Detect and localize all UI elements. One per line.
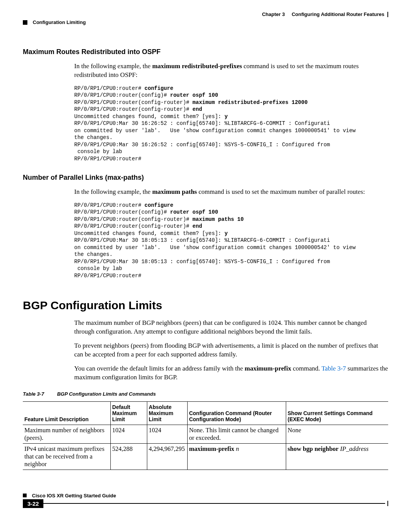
- th-show: Show Current Settings Command (EXEC Mode…: [286, 401, 388, 425]
- chapter-title: Configuring Additional Router Features: [292, 11, 384, 17]
- page-footer: Cisco IOS XR Getting Started Guide 3-22: [23, 493, 388, 508]
- ospf-code-block: RP/0/RP1/CPU0:router# configureRP/0/RP1/…: [74, 85, 388, 162]
- ospf-intro: In the following example, the maximum re…: [74, 62, 388, 80]
- cmd-max-redist: maximum redistributed-prefixes: [152, 62, 242, 70]
- th-desc: Feature Limit Description: [23, 401, 110, 425]
- header-rule: [387, 12, 388, 17]
- cmd-max-prefix-cell: maximum-prefix: [189, 445, 234, 452]
- cmd-max-paths: maximum paths: [152, 188, 197, 195]
- footer-marker-icon: [23, 494, 27, 497]
- table-header-row: Feature Limit Description Default Maximu…: [23, 401, 388, 425]
- page-number: 3-22: [23, 499, 43, 508]
- section-marker-icon: [23, 20, 27, 25]
- table-caption: Table 3-7BGP Configuration Limits and Co…: [23, 391, 388, 397]
- th-config: Configuration Command (Router Configurat…: [187, 401, 286, 425]
- bgp-p2: To prevent neighbors (peers) from floodi…: [74, 342, 388, 359]
- chapter-label: Chapter 3: [262, 11, 285, 17]
- heading-maxpaths: Number of Parallel Links (max-paths): [23, 174, 388, 182]
- maxpaths-intro: In the following example, the maximum pa…: [74, 188, 388, 197]
- section-bar: Configuration Limiting: [23, 19, 388, 25]
- bgp-p3: You can override the default limits for …: [74, 364, 388, 382]
- cmd-show-bgp-neighbor: show bgp neighbor: [288, 445, 339, 452]
- table-ref-link[interactable]: Table 3-7: [322, 365, 346, 372]
- bgp-p1: The maximum number of BGP neighbors (pee…: [74, 319, 388, 336]
- th-default: Default Maximum Limit: [110, 401, 147, 425]
- footer-end-rule: [387, 501, 388, 506]
- heading-ospf-redist: Maximum Routes Redistributed into OSPF: [23, 48, 388, 56]
- page-header: Chapter 3 Configuring Additional Router …: [23, 11, 388, 17]
- th-absolute: Absolute Maximum Limit: [147, 401, 187, 425]
- cmd-max-prefix: maximum-prefix: [245, 365, 291, 372]
- bgp-limits-table: Feature Limit Description Default Maximu…: [23, 401, 388, 470]
- footer-rule: [43, 503, 385, 504]
- section-name: Configuration Limiting: [33, 19, 86, 25]
- heading-bgp: BGP Configuration Limits: [23, 299, 388, 312]
- table-row: Maximum number of neighbors (peers). 102…: [23, 425, 388, 443]
- guide-title: Cisco IOS XR Getting Started Guide: [32, 493, 116, 498]
- maxpaths-code-block: RP/0/RP1/CPU0:router# configureRP/0/RP1/…: [74, 202, 388, 279]
- table-row: IPv4 unicast maximum prefixes that can b…: [23, 443, 388, 470]
